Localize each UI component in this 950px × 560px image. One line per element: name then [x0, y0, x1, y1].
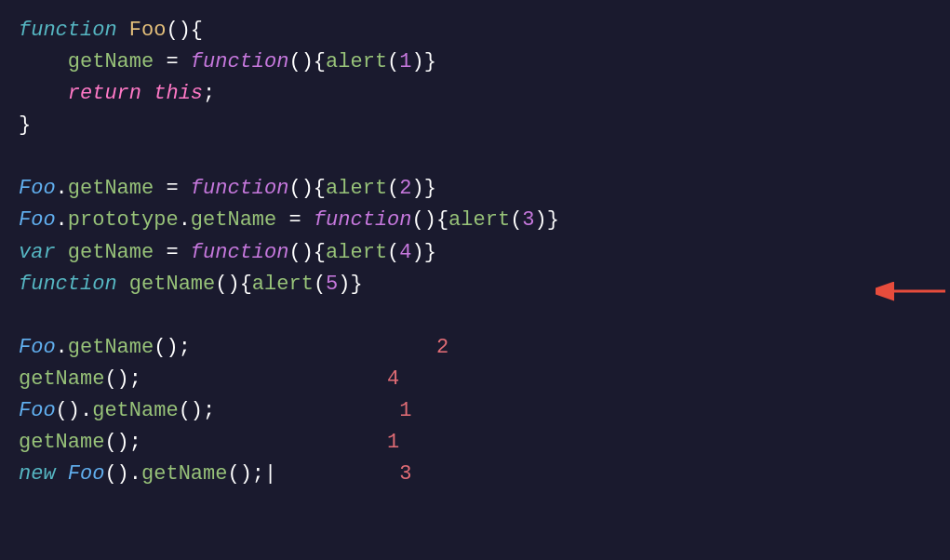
code-token: 4	[399, 237, 411, 269]
code-line: Foo().getName(); 1	[19, 395, 931, 427]
code-token: ();	[104, 427, 141, 459]
code-line: }	[19, 110, 931, 141]
code-token: function	[191, 173, 289, 205]
code-line: function Foo(){	[19, 15, 931, 47]
code-token: Foo	[19, 205, 56, 236]
code-token: (){	[215, 269, 252, 300]
code-token: )}	[412, 47, 436, 78]
code-token: (	[387, 47, 399, 78]
code-line: getName = function(){alert(1)}	[19, 47, 931, 78]
code-token: Foo	[68, 459, 105, 490]
code-token: getName	[191, 205, 276, 236]
code-token: ().	[56, 395, 93, 427]
code-token: (	[387, 173, 399, 205]
code-token: (){	[166, 15, 203, 47]
code-token: alert	[326, 47, 387, 78]
code-token: (	[387, 237, 399, 269]
code-token: function	[191, 47, 289, 78]
code-token: =	[166, 47, 178, 78]
code-token	[56, 237, 68, 269]
code-line: new Foo().getName();| 3	[19, 459, 931, 490]
code-token: ().	[104, 459, 141, 490]
code-token: Foo	[19, 395, 56, 427]
code-token: var	[19, 237, 56, 269]
code-token: alert	[252, 269, 314, 300]
code-token: =	[166, 237, 178, 269]
code-token: =	[288, 205, 301, 236]
code-token	[276, 205, 288, 236]
code-token	[141, 364, 387, 395]
code-token: 2	[399, 173, 411, 205]
code-line	[19, 300, 931, 332]
code-token: getName	[129, 269, 215, 300]
code-token: this	[154, 78, 203, 110]
code-line: Foo.getName(); 2	[19, 332, 931, 364]
code-token: prototype	[68, 205, 179, 236]
code-token	[154, 47, 166, 78]
code-token: (	[314, 269, 326, 300]
code-token	[141, 427, 387, 459]
code-token: getName	[68, 332, 154, 364]
code-token: getName	[68, 47, 154, 78]
code-token: .	[179, 205, 191, 236]
code-token	[179, 47, 191, 78]
code-token: getName	[19, 427, 104, 459]
code-token	[19, 78, 68, 110]
code-token: ();	[104, 364, 141, 395]
code-token: Foo	[19, 332, 56, 364]
code-token: ;	[203, 78, 215, 110]
code-token: .	[56, 205, 68, 236]
code-token	[117, 269, 129, 300]
code-token: .	[56, 332, 68, 364]
code-token: getName	[19, 364, 104, 395]
code-token	[19, 47, 68, 78]
code-token: =	[166, 173, 178, 205]
code-container: function Foo(){ getName = function(){ale…	[0, 0, 950, 560]
code-token	[154, 237, 166, 269]
code-token: ();	[179, 395, 216, 427]
code-token: }	[19, 110, 31, 141]
code-token: function	[19, 269, 117, 300]
code-token	[117, 15, 129, 47]
code-line: getName(); 1	[19, 427, 931, 459]
code-token: function	[191, 237, 289, 269]
code-token: 5	[326, 269, 338, 300]
code-token: 3	[522, 205, 534, 236]
code-token: function	[19, 15, 117, 47]
code-token: (){	[288, 237, 326, 269]
code-token: 3	[399, 459, 411, 490]
code-token: 1	[399, 47, 411, 78]
code-token: getName	[141, 459, 227, 490]
code-token: Foo	[129, 15, 167, 47]
code-token: ();	[154, 332, 191, 364]
code-token: (	[510, 205, 522, 236]
code-token: getName	[68, 237, 154, 269]
code-token: (){	[288, 173, 326, 205]
code-token	[179, 173, 191, 205]
code-line	[19, 141, 931, 173]
code-token: function	[314, 205, 412, 236]
code-line: return this;	[19, 78, 931, 110]
code-line: Foo.prototype.getName = function(){alert…	[19, 205, 931, 236]
code-token: 1	[387, 427, 399, 459]
code-token: alert	[326, 173, 387, 205]
code-token: (){	[288, 47, 326, 78]
code-token	[179, 237, 191, 269]
code-line: getName(); 4	[19, 364, 931, 395]
code-block: function Foo(){ getName = function(){ale…	[19, 15, 931, 490]
code-token: )}	[535, 205, 559, 236]
code-token: )}	[412, 237, 436, 269]
code-token: 4	[387, 364, 399, 395]
code-line: var getName = function(){alert(4)}	[19, 237, 931, 269]
code-token: ();|	[227, 459, 276, 490]
code-token: Foo	[19, 173, 56, 205]
code-token	[191, 332, 436, 364]
annotation: 变量优先级高于函数	[876, 273, 950, 310]
code-token	[215, 395, 399, 427]
code-token: )}	[338, 269, 362, 300]
code-token	[301, 205, 314, 236]
code-token	[141, 78, 154, 110]
code-token	[56, 459, 68, 490]
code-token	[276, 459, 399, 490]
code-line: function getName(){alert(5)}	[19, 269, 931, 300]
